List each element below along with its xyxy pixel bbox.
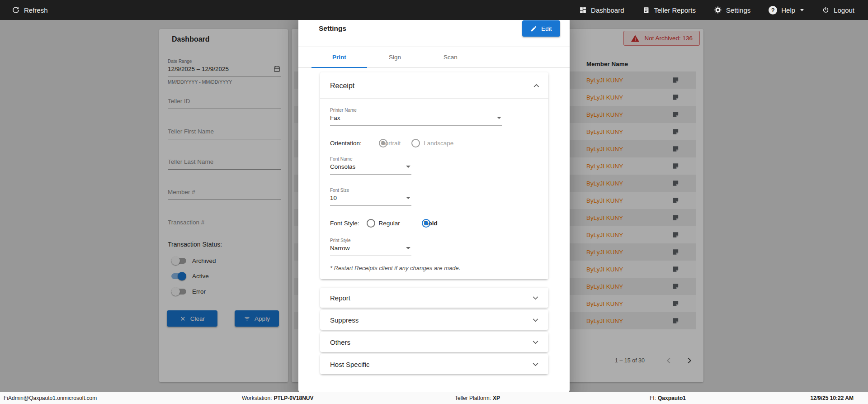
printer-name-value: Fax: [330, 114, 340, 121]
chevron-down-icon: [531, 360, 540, 369]
orientation-label: Orientation:: [330, 140, 362, 147]
nav-help[interactable]: ? Help: [769, 6, 804, 14]
teller-platform-info: Teller Platform:XP: [455, 395, 500, 401]
top-nav: Dashboard Teller Reports: [579, 6, 854, 14]
font-size-value: 10: [330, 195, 337, 201]
receipt-panel-title: Receipt: [330, 82, 354, 90]
workstation-label: Workstation:: [242, 395, 272, 401]
print-style-value: Narrow: [330, 245, 350, 252]
orientation-group: Orientation: Portrait Landscape: [330, 137, 464, 149]
font-name-dropdown[interactable]: Consolas: [330, 162, 411, 175]
print-style-select: Print Style Narrow: [330, 238, 411, 256]
nav-teller-reports-label: Teller Reports: [654, 6, 696, 14]
tab-scan[interactable]: Scan: [423, 47, 478, 67]
accordion-title: Others: [330, 338, 350, 346]
accordion-section[interactable]: Others: [320, 332, 548, 352]
font-style-label: Font Style:: [330, 220, 359, 227]
top-bar: Refresh Dashboard Teller Reports: [0, 0, 868, 20]
settings-dialog: Settings Edit Print Sign Scan Receipt: [298, 12, 570, 392]
dropdown-arrow-icon: [497, 117, 501, 119]
accordion-section[interactable]: Report: [320, 288, 548, 308]
nav-dashboard-label: Dashboard: [591, 6, 624, 14]
chevron-up-icon: [532, 81, 541, 90]
workstation-value: PTLP-0V18NUV: [274, 395, 313, 401]
print-style-dropdown[interactable]: Narrow: [330, 243, 411, 256]
nav-dashboard[interactable]: Dashboard: [579, 6, 624, 14]
font-size-label: Font Size: [330, 188, 411, 193]
nav-teller-reports[interactable]: Teller Reports: [642, 6, 696, 14]
edit-button[interactable]: Edit: [522, 20, 560, 37]
nav-settings-label: Settings: [726, 6, 750, 14]
dashboard-icon: [579, 6, 587, 14]
dropdown-arrow-icon: [406, 197, 410, 199]
chevron-down-icon: [800, 9, 804, 11]
font-size-dropdown[interactable]: 10: [330, 193, 411, 206]
nav-settings[interactable]: Settings: [714, 6, 750, 14]
portrait-radio: [379, 139, 387, 147]
regular-radio[interactable]: [367, 219, 375, 228]
collapse-receipt-button[interactable]: [532, 81, 541, 90]
teller-platform-label: Teller Platform:: [455, 395, 491, 401]
dropdown-arrow-icon: [406, 247, 410, 249]
accordion-section[interactable]: Suppress: [320, 310, 548, 330]
landscape-radio: [411, 139, 420, 147]
dropdown-arrow-icon: [406, 166, 410, 168]
accordion-title: Suppress: [330, 316, 359, 324]
tab-sign[interactable]: Sign: [367, 47, 423, 67]
power-icon: [822, 6, 830, 14]
reports-icon: [642, 6, 650, 14]
logged-in-user: FiAdmin@Qaxpauto1.onmicrosoft.com: [4, 395, 97, 401]
font-size-select: Font Size 10: [330, 188, 411, 206]
chevron-down-icon: [531, 315, 540, 325]
help-icon: ?: [769, 6, 777, 14]
settings-tabs: Print Sign Scan: [298, 47, 570, 68]
refresh-button[interactable]: Refresh: [12, 6, 48, 14]
accordion-title: Host Specific: [330, 361, 370, 368]
fi-label: FI:: [650, 395, 656, 401]
nav-logout[interactable]: Logout: [822, 6, 854, 14]
status-datetime: 12/9/25 10:22 AM: [810, 395, 854, 401]
bold-radio[interactable]: [422, 219, 430, 228]
restart-note: * Restart Receipts client if any changes…: [330, 265, 460, 271]
receipt-panel: Receipt Printer Name Fax Orientation: Po…: [320, 72, 548, 279]
accordion-title: Report: [330, 294, 350, 302]
fi-value: Qaxpauto1: [658, 395, 686, 401]
printer-name-dropdown[interactable]: Fax: [330, 113, 502, 126]
font-name-select: Font Name Consolas: [330, 157, 411, 175]
printer-name-label: Printer Name: [330, 108, 502, 113]
gear-icon: [714, 6, 722, 14]
divider: [320, 98, 548, 99]
nav-logout-label: Logout: [834, 6, 854, 14]
regular-label: Regular: [379, 220, 400, 227]
teller-platform-value: XP: [493, 395, 500, 401]
pencil-icon: [530, 25, 537, 32]
chevron-down-icon: [531, 337, 540, 347]
tab-print[interactable]: Print: [311, 47, 367, 67]
printer-name-select: Printer Name Fax: [330, 108, 502, 126]
refresh-label: Refresh: [24, 6, 48, 14]
app-window: Refresh Dashboard Teller Reports: [0, 0, 868, 404]
edit-button-label: Edit: [541, 25, 552, 32]
accordion-section[interactable]: Host Specific: [320, 354, 548, 374]
settings-sections: Report Suppress Others: [320, 288, 548, 376]
landscape-label: Landscape: [424, 140, 453, 147]
dialog-title: Settings: [319, 24, 346, 33]
chevron-down-icon: [531, 293, 540, 303]
font-style-group: Font Style: Regular Bold: [330, 217, 438, 229]
print-style-label: Print Style: [330, 238, 411, 243]
refresh-icon: [12, 6, 20, 14]
nav-help-label: Help: [781, 6, 795, 14]
fi-info: FI:Qaxpauto1: [650, 395, 686, 401]
font-name-label: Font Name: [330, 157, 411, 162]
workstation-info: Workstation:PTLP-0V18NUV: [242, 395, 314, 401]
font-name-value: Consolas: [330, 163, 355, 170]
status-bar: FiAdmin@Qaxpauto1.onmicrosoft.com Workst…: [0, 392, 868, 404]
